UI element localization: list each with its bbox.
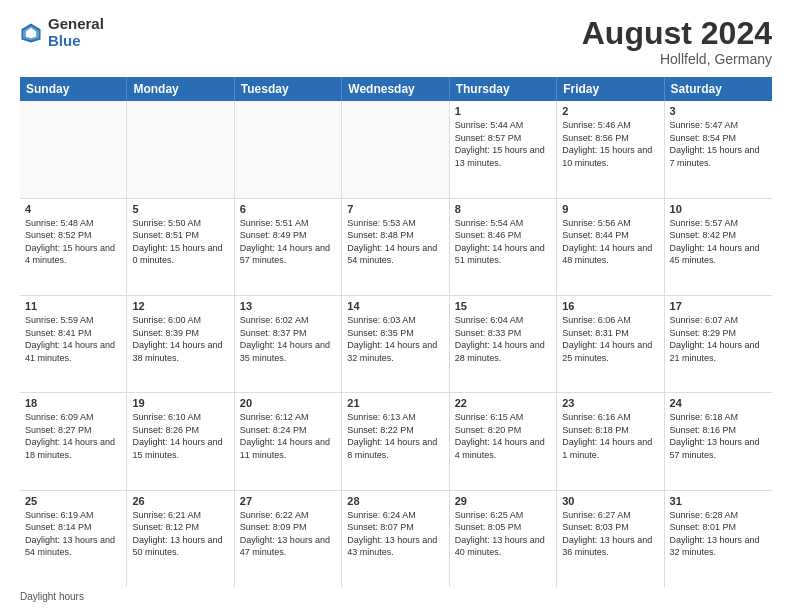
calendar-body: 1Sunrise: 5:44 AM Sunset: 8:57 PM Daylig… xyxy=(20,101,772,587)
day-info: Sunrise: 5:48 AM Sunset: 8:52 PM Dayligh… xyxy=(25,217,121,267)
day-number: 21 xyxy=(347,397,443,409)
calendar-cell: 7Sunrise: 5:53 AM Sunset: 8:48 PM Daylig… xyxy=(342,199,449,295)
day-number: 23 xyxy=(562,397,658,409)
calendar-cell: 17Sunrise: 6:07 AM Sunset: 8:29 PM Dayli… xyxy=(665,296,772,392)
calendar-cell: 15Sunrise: 6:04 AM Sunset: 8:33 PM Dayli… xyxy=(450,296,557,392)
day-info: Sunrise: 6:21 AM Sunset: 8:12 PM Dayligh… xyxy=(132,509,228,559)
calendar-header-cell: Saturday xyxy=(665,77,772,101)
day-info: Sunrise: 6:22 AM Sunset: 8:09 PM Dayligh… xyxy=(240,509,336,559)
calendar-cell: 23Sunrise: 6:16 AM Sunset: 8:18 PM Dayli… xyxy=(557,393,664,489)
day-info: Sunrise: 6:10 AM Sunset: 8:26 PM Dayligh… xyxy=(132,411,228,461)
day-number: 25 xyxy=(25,495,121,507)
day-info: Sunrise: 6:28 AM Sunset: 8:01 PM Dayligh… xyxy=(670,509,767,559)
location-title: Hollfeld, Germany xyxy=(582,51,772,67)
day-info: Sunrise: 6:25 AM Sunset: 8:05 PM Dayligh… xyxy=(455,509,551,559)
calendar-header-cell: Tuesday xyxy=(235,77,342,101)
day-info: Sunrise: 6:09 AM Sunset: 8:27 PM Dayligh… xyxy=(25,411,121,461)
calendar-cell: 4Sunrise: 5:48 AM Sunset: 8:52 PM Daylig… xyxy=(20,199,127,295)
day-info: Sunrise: 6:04 AM Sunset: 8:33 PM Dayligh… xyxy=(455,314,551,364)
calendar-cell: 29Sunrise: 6:25 AM Sunset: 8:05 PM Dayli… xyxy=(450,491,557,587)
calendar-cell: 13Sunrise: 6:02 AM Sunset: 8:37 PM Dayli… xyxy=(235,296,342,392)
calendar-cell: 28Sunrise: 6:24 AM Sunset: 8:07 PM Dayli… xyxy=(342,491,449,587)
day-info: Sunrise: 6:00 AM Sunset: 8:39 PM Dayligh… xyxy=(132,314,228,364)
day-info: Sunrise: 5:53 AM Sunset: 8:48 PM Dayligh… xyxy=(347,217,443,267)
day-number: 14 xyxy=(347,300,443,312)
calendar-header-cell: Wednesday xyxy=(342,77,449,101)
calendar: SundayMondayTuesdayWednesdayThursdayFrid… xyxy=(20,77,772,587)
calendar-cell: 5Sunrise: 5:50 AM Sunset: 8:51 PM Daylig… xyxy=(127,199,234,295)
day-number: 11 xyxy=(25,300,121,312)
calendar-header-cell: Monday xyxy=(127,77,234,101)
logo: General Blue xyxy=(20,16,104,49)
calendar-cell: 16Sunrise: 6:06 AM Sunset: 8:31 PM Dayli… xyxy=(557,296,664,392)
month-title: August 2024 xyxy=(582,16,772,51)
calendar-week-row: 25Sunrise: 6:19 AM Sunset: 8:14 PM Dayli… xyxy=(20,491,772,587)
day-number: 26 xyxy=(132,495,228,507)
day-info: Sunrise: 6:02 AM Sunset: 8:37 PM Dayligh… xyxy=(240,314,336,364)
footer-note: Daylight hours xyxy=(20,587,772,602)
day-number: 30 xyxy=(562,495,658,507)
day-info: Sunrise: 5:56 AM Sunset: 8:44 PM Dayligh… xyxy=(562,217,658,267)
calendar-cell: 9Sunrise: 5:56 AM Sunset: 8:44 PM Daylig… xyxy=(557,199,664,295)
calendar-cell: 10Sunrise: 5:57 AM Sunset: 8:42 PM Dayli… xyxy=(665,199,772,295)
calendar-week-row: 1Sunrise: 5:44 AM Sunset: 8:57 PM Daylig… xyxy=(20,101,772,198)
header: General Blue August 2024 Hollfeld, Germa… xyxy=(20,16,772,67)
day-number: 3 xyxy=(670,105,767,117)
calendar-header-cell: Sunday xyxy=(20,77,127,101)
calendar-week-row: 4Sunrise: 5:48 AM Sunset: 8:52 PM Daylig… xyxy=(20,199,772,296)
day-number: 28 xyxy=(347,495,443,507)
day-number: 7 xyxy=(347,203,443,215)
day-info: Sunrise: 6:07 AM Sunset: 8:29 PM Dayligh… xyxy=(670,314,767,364)
calendar-week-row: 11Sunrise: 5:59 AM Sunset: 8:41 PM Dayli… xyxy=(20,296,772,393)
calendar-cell: 3Sunrise: 5:47 AM Sunset: 8:54 PM Daylig… xyxy=(665,101,772,197)
day-number: 1 xyxy=(455,105,551,117)
day-info: Sunrise: 5:59 AM Sunset: 8:41 PM Dayligh… xyxy=(25,314,121,364)
day-info: Sunrise: 6:15 AM Sunset: 8:20 PM Dayligh… xyxy=(455,411,551,461)
day-number: 18 xyxy=(25,397,121,409)
calendar-cell xyxy=(20,101,127,197)
calendar-header-cell: Thursday xyxy=(450,77,557,101)
page: General Blue August 2024 Hollfeld, Germa… xyxy=(0,0,792,612)
calendar-cell: 20Sunrise: 6:12 AM Sunset: 8:24 PM Dayli… xyxy=(235,393,342,489)
day-info: Sunrise: 6:16 AM Sunset: 8:18 PM Dayligh… xyxy=(562,411,658,461)
title-block: August 2024 Hollfeld, Germany xyxy=(582,16,772,67)
day-number: 29 xyxy=(455,495,551,507)
calendar-header-row: SundayMondayTuesdayWednesdayThursdayFrid… xyxy=(20,77,772,101)
calendar-cell: 30Sunrise: 6:27 AM Sunset: 8:03 PM Dayli… xyxy=(557,491,664,587)
day-info: Sunrise: 6:03 AM Sunset: 8:35 PM Dayligh… xyxy=(347,314,443,364)
day-number: 31 xyxy=(670,495,767,507)
day-info: Sunrise: 6:27 AM Sunset: 8:03 PM Dayligh… xyxy=(562,509,658,559)
day-number: 16 xyxy=(562,300,658,312)
calendar-cell: 21Sunrise: 6:13 AM Sunset: 8:22 PM Dayli… xyxy=(342,393,449,489)
day-info: Sunrise: 6:24 AM Sunset: 8:07 PM Dayligh… xyxy=(347,509,443,559)
day-info: Sunrise: 6:12 AM Sunset: 8:24 PM Dayligh… xyxy=(240,411,336,461)
day-number: 17 xyxy=(670,300,767,312)
logo-general-text: General xyxy=(48,16,104,33)
calendar-cell: 14Sunrise: 6:03 AM Sunset: 8:35 PM Dayli… xyxy=(342,296,449,392)
day-number: 12 xyxy=(132,300,228,312)
calendar-cell: 1Sunrise: 5:44 AM Sunset: 8:57 PM Daylig… xyxy=(450,101,557,197)
day-number: 22 xyxy=(455,397,551,409)
calendar-cell: 12Sunrise: 6:00 AM Sunset: 8:39 PM Dayli… xyxy=(127,296,234,392)
day-info: Sunrise: 6:18 AM Sunset: 8:16 PM Dayligh… xyxy=(670,411,767,461)
day-number: 13 xyxy=(240,300,336,312)
calendar-cell xyxy=(127,101,234,197)
calendar-cell: 8Sunrise: 5:54 AM Sunset: 8:46 PM Daylig… xyxy=(450,199,557,295)
day-number: 19 xyxy=(132,397,228,409)
calendar-cell: 11Sunrise: 5:59 AM Sunset: 8:41 PM Dayli… xyxy=(20,296,127,392)
logo-blue-text: Blue xyxy=(48,33,104,50)
calendar-cell: 18Sunrise: 6:09 AM Sunset: 8:27 PM Dayli… xyxy=(20,393,127,489)
day-number: 2 xyxy=(562,105,658,117)
day-number: 10 xyxy=(670,203,767,215)
calendar-cell: 24Sunrise: 6:18 AM Sunset: 8:16 PM Dayli… xyxy=(665,393,772,489)
day-info: Sunrise: 6:13 AM Sunset: 8:22 PM Dayligh… xyxy=(347,411,443,461)
day-info: Sunrise: 5:54 AM Sunset: 8:46 PM Dayligh… xyxy=(455,217,551,267)
logo-icon xyxy=(20,22,42,44)
day-number: 24 xyxy=(670,397,767,409)
calendar-header-cell: Friday xyxy=(557,77,664,101)
calendar-week-row: 18Sunrise: 6:09 AM Sunset: 8:27 PM Dayli… xyxy=(20,393,772,490)
calendar-cell: 25Sunrise: 6:19 AM Sunset: 8:14 PM Dayli… xyxy=(20,491,127,587)
day-info: Sunrise: 5:57 AM Sunset: 8:42 PM Dayligh… xyxy=(670,217,767,267)
day-number: 15 xyxy=(455,300,551,312)
day-number: 5 xyxy=(132,203,228,215)
